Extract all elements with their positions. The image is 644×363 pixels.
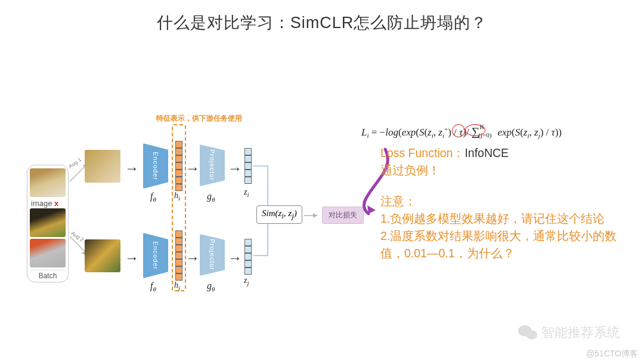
aug-image-bot bbox=[85, 239, 120, 272]
projector-top: Projector bbox=[200, 144, 225, 186]
arrow-icon: → bbox=[228, 160, 242, 177]
arrow-icon: → bbox=[228, 250, 242, 266]
svg-point-1 bbox=[526, 330, 537, 339]
image-x-label: image x bbox=[31, 199, 66, 208]
loss-fn-name: InfoNCE bbox=[465, 146, 509, 159]
wechat-text: 智能推荐系统 bbox=[541, 324, 620, 342]
main-area: 特征表示，供下游任务使用 image x Batch Aug 1 Aug 2 →… bbox=[0, 33, 644, 344]
notes-block: Loss Function：InfoNCE 通过负例！ 注意： 1.负例越多模型… bbox=[380, 144, 631, 263]
cto-watermark: @51CTO博客 bbox=[586, 349, 638, 359]
arrow-icon: → bbox=[185, 250, 200, 266]
wechat-watermark: 智能推荐系统 bbox=[518, 324, 620, 342]
h-i-label: hi bbox=[174, 191, 180, 202]
z-j-vector bbox=[244, 239, 252, 275]
g-theta-top: gθ bbox=[207, 191, 215, 203]
z-j-label: zj bbox=[244, 276, 249, 287]
f-theta-bot: fθ bbox=[150, 281, 156, 293]
h-i-vector bbox=[175, 141, 182, 191]
z-i-label: zi bbox=[244, 187, 249, 198]
batch-image-3 bbox=[30, 239, 66, 267]
page-title: 什么是对比学习：SimCLR怎么防止坍塌的？ bbox=[0, 12, 644, 33]
simclr-diagram: 特征表示，供下游任务使用 image x Batch Aug 1 Aug 2 →… bbox=[18, 117, 364, 326]
arrow-icon: → bbox=[185, 160, 200, 177]
sim-box: Sim(zi, zj) bbox=[256, 205, 302, 224]
h-j-vector bbox=[175, 230, 182, 281]
batch-image-2 bbox=[30, 208, 66, 237]
batch-label: Batch bbox=[30, 270, 66, 280]
projector-bot: Projector bbox=[200, 234, 225, 276]
note-line-negatives: 通过负例！ bbox=[380, 162, 631, 179]
aug-image-top bbox=[85, 150, 120, 183]
note-1: 1.负例越多模型效果越好，请记住这个结论 bbox=[380, 210, 631, 227]
arrow-icon: → bbox=[125, 160, 139, 177]
loss-fn-label: Loss Function： bbox=[380, 146, 465, 159]
batch-image-1 bbox=[30, 168, 66, 197]
h-j-label: hj bbox=[174, 281, 180, 291]
batch-box: image x Batch bbox=[27, 165, 69, 282]
arrow-icon: → bbox=[125, 250, 139, 266]
note-2: 2.温度系数对结果影响很大，通常比较小的数值，0.01—0.1，为什么？ bbox=[380, 227, 631, 263]
contrastive-loss-box: 对比损失 bbox=[322, 207, 364, 224]
sim-to-loss-arrow bbox=[304, 211, 322, 222]
z-i-vector bbox=[244, 148, 252, 184]
encoder-bot: Encoder bbox=[143, 233, 168, 278]
encoder-top: Encoder bbox=[143, 143, 168, 189]
f-theta-top: fθ bbox=[150, 191, 156, 203]
g-theta-bot: gθ bbox=[207, 281, 215, 293]
zj-to-sim-arrow bbox=[253, 219, 277, 269]
infonce-equation: Li = −log(exp(S(zi, zi+) / τ)/ ∑K(j=0)ex… bbox=[361, 125, 562, 139]
wechat-icon bbox=[518, 324, 538, 342]
note-header: 注意： bbox=[380, 193, 631, 210]
feature-caption: 特征表示，供下游任务使用 bbox=[156, 113, 242, 124]
